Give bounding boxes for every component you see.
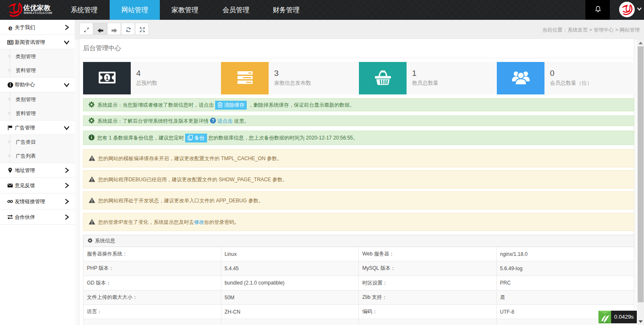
svg-text:e: e	[8, 24, 12, 31]
svg-text:1: 1	[105, 74, 109, 81]
svg-text:?: ?	[212, 118, 214, 123]
